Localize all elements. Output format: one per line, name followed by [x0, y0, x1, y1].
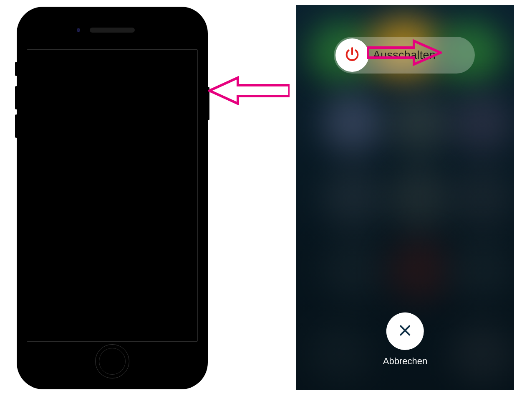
cancel-button[interactable] — [386, 312, 424, 350]
phone-body — [18, 8, 207, 388]
volume-up-button — [15, 86, 18, 109]
mute-switch — [15, 62, 18, 76]
cancel-label: Abbrechen — [383, 356, 427, 367]
annotation-arrow-right — [367, 39, 442, 66]
power-off-knob[interactable] — [335, 38, 369, 72]
home-button[interactable] — [95, 344, 129, 378]
shutdown-screen: Ausschalten Abbrechen — [296, 5, 514, 390]
power-icon — [344, 46, 361, 64]
front-camera — [77, 28, 80, 32]
close-x-icon — [398, 323, 413, 340]
phone-screen-off — [27, 49, 198, 342]
earpiece-speaker — [90, 28, 135, 33]
volume-down-button — [15, 114, 18, 138]
iphone-mockup — [18, 8, 207, 388]
cancel-area: Abbrechen — [383, 312, 427, 367]
annotation-arrow-left — [208, 76, 290, 105]
